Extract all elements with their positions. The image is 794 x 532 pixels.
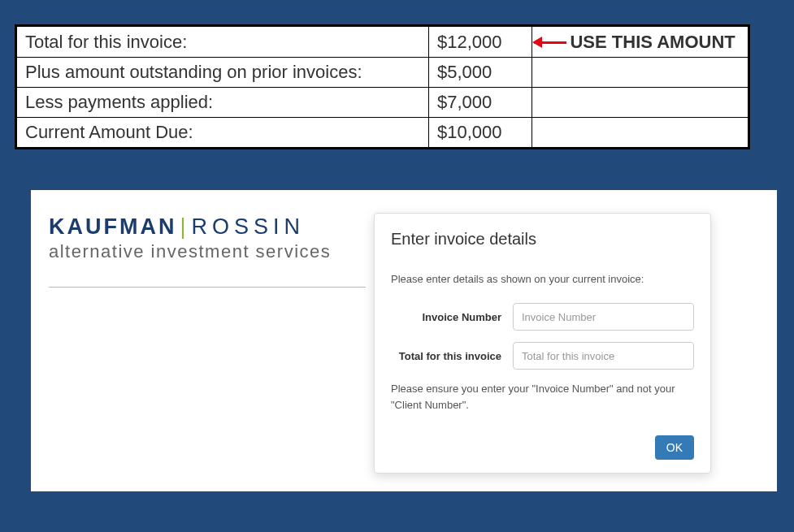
- brand-underline: [49, 287, 366, 288]
- invoice-total-input[interactable]: [513, 342, 694, 370]
- invoice-number-row: Invoice Number: [391, 303, 694, 331]
- row-label: Less payments applied:: [16, 88, 429, 118]
- use-this-amount-label: USE THIS AMOUNT: [570, 32, 735, 53]
- brand-divider-icon: |: [180, 214, 188, 239]
- row-amount: $7,000: [428, 88, 532, 118]
- brand-kaufman: KAUFMAN: [49, 214, 176, 239]
- arrow-left-icon: [534, 41, 566, 44]
- payment-form-panel: KAUFMAN|ROSSIN alternative investment se…: [31, 190, 777, 491]
- dialog-footer: OK: [391, 435, 694, 460]
- brand-block: KAUFMAN|ROSSIN alternative investment se…: [49, 213, 366, 288]
- invoice-number-label: Invoice Number: [391, 311, 513, 323]
- row-label: Total for this invoice:: [16, 26, 429, 58]
- invoice-total-row: Total for this invoice: [391, 342, 694, 370]
- ok-button[interactable]: OK: [655, 435, 694, 460]
- brand-rossin: ROSSIN: [192, 214, 306, 239]
- row-note: [532, 118, 749, 149]
- row-note: USE THIS AMOUNT: [532, 26, 749, 58]
- dialog-title: Enter invoice details: [391, 230, 694, 249]
- invoice-details-dialog: Enter invoice details Please enter detai…: [374, 213, 711, 474]
- table-row: Less payments applied: $7,000: [16, 88, 749, 118]
- dialog-intro: Please enter details as shown on your cu…: [391, 273, 694, 285]
- dialog-note: Please ensure you enter your "Invoice Nu…: [391, 381, 694, 413]
- row-label: Plus amount outstanding on prior invoice…: [16, 58, 429, 88]
- row-amount: $12,000: [428, 26, 532, 58]
- table-row: Current Amount Due: $10,000: [16, 118, 749, 149]
- invoice-number-input[interactable]: [513, 303, 694, 331]
- row-amount: $5,000: [428, 58, 532, 88]
- row-note: [532, 88, 749, 118]
- table-row: Total for this invoice: $12,000 USE THIS…: [16, 26, 749, 58]
- invoice-total-label: Total for this invoice: [391, 350, 513, 362]
- table-row: Plus amount outstanding on prior invoice…: [16, 58, 749, 88]
- row-label: Current Amount Due:: [16, 118, 429, 149]
- brand-tagline: alternative investment services: [49, 241, 366, 262]
- row-amount: $10,000: [428, 118, 532, 149]
- row-note: [532, 58, 749, 88]
- invoice-summary-table: Total for this invoice: $12,000 USE THIS…: [15, 24, 750, 149]
- brand-logo: KAUFMAN|ROSSIN: [49, 216, 366, 238]
